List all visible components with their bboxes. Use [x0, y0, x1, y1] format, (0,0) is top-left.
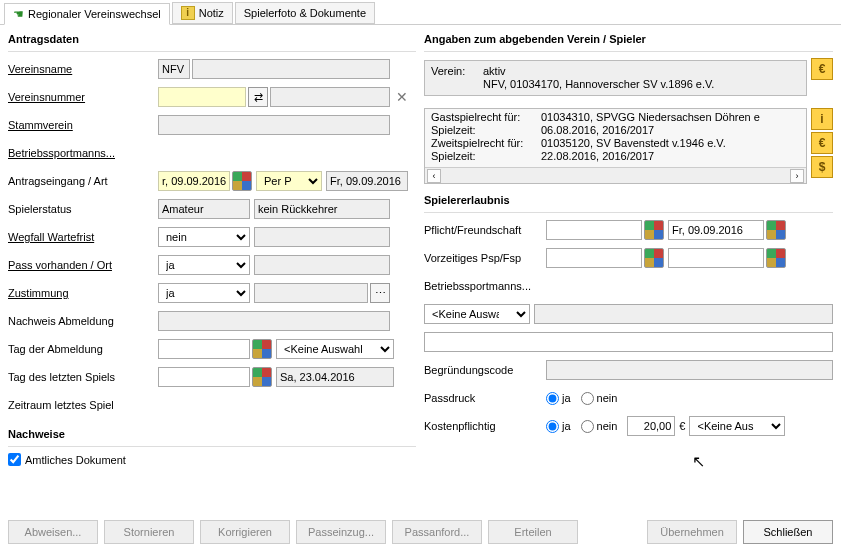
calendar-icon[interactable]: [766, 220, 786, 240]
eingang-label: Antragseingang / Art: [8, 175, 158, 187]
tag-abm-input[interactable]: [158, 339, 250, 359]
schliessen-button[interactable]: Schließen: [743, 520, 833, 544]
euro-label: €: [679, 420, 685, 432]
section-title-abgebend: Angaben zum abgebenden Verein / Spieler: [424, 31, 833, 47]
pflicht-input-1[interactable]: [546, 220, 642, 240]
bottom-button-bar: Abweisen... Stornieren Korrigieren Passe…: [8, 520, 833, 544]
tag-abm-label: Tag der Abmeldung: [8, 343, 158, 355]
passeinzug-button[interactable]: Passeinzug...: [296, 520, 386, 544]
zeitraum-label: Zeitraum letztes Spiel: [8, 399, 158, 411]
vereinsnummer-secondary: [270, 87, 390, 107]
amtlich-label: Amtliches Dokument: [25, 454, 126, 466]
kost-ja-radio[interactable]: [546, 420, 559, 433]
korrigieren-button[interactable]: Korrigieren: [200, 520, 290, 544]
passanford-button[interactable]: Passanford...: [392, 520, 482, 544]
uebernehmen-button[interactable]: Übernehmen: [647, 520, 737, 544]
tag-spiel-val: Sa, 23.04.2016: [276, 367, 394, 387]
pflicht-input-2[interactable]: [668, 220, 764, 240]
pass-extra: [254, 255, 390, 275]
passdruck-nein-radio[interactable]: [581, 392, 594, 405]
zust-detail-button[interactable]: ⋯: [370, 283, 390, 303]
nachweis-value: [158, 311, 390, 331]
kost-select[interactable]: <Keine Aus...: [689, 416, 785, 436]
kost-label: Kostenpflichtig: [424, 420, 546, 432]
tag-spiel-label: Tag des letzten Spiels: [8, 371, 158, 383]
zust-extra: [254, 283, 368, 303]
tag-abm-select[interactable]: <Keine Auswahl>: [276, 339, 394, 359]
eingang-art-select[interactable]: Per Post: [256, 171, 322, 191]
wegfall-extra: [254, 227, 390, 247]
vorz-label: Vorzeitiges Psp/Fsp: [424, 252, 546, 264]
betriebs-value: [534, 304, 833, 324]
section-title-antragsdaten: Antragsdaten: [8, 31, 416, 47]
info-icon: i: [181, 6, 195, 20]
calendar-icon[interactable]: [252, 367, 272, 387]
passdruck-ja-radio[interactable]: [546, 392, 559, 405]
begr-label: Begründungscode: [424, 364, 546, 376]
spielerstatus-1: Amateur: [158, 199, 250, 219]
tab-label: Notiz: [199, 7, 224, 19]
lookup-button[interactable]: ⇄: [248, 87, 268, 107]
amtlich-checkbox[interactable]: [8, 453, 21, 466]
tab-bar: ☚ Regionaler Vereinswechsel i Notiz Spie…: [0, 2, 841, 25]
wegfall-label: Wegfall Wartefrist: [8, 231, 158, 243]
section-title-erlaubnis: Spielererlaubnis: [424, 192, 833, 208]
scroll-right-icon[interactable]: ›: [790, 169, 804, 183]
zust-select[interactable]: ja: [158, 283, 250, 303]
spielrecht-list: Gastspielrecht für:01034310, SPVGG Niede…: [424, 108, 807, 184]
scroll-left-icon[interactable]: ‹: [427, 169, 441, 183]
vereinsname-value: [192, 59, 390, 79]
eingang-date-2: Fr, 09.09.2016: [326, 171, 408, 191]
euro-button[interactable]: €: [811, 58, 833, 80]
tab-label: Regionaler Vereinswechsel: [28, 8, 161, 20]
vorz-input-1[interactable]: [546, 248, 642, 268]
tab-label: Spielerfoto & Dokumente: [244, 7, 366, 19]
vereinsname-label: Vereinsname: [8, 63, 158, 75]
tab-regional[interactable]: ☚ Regionaler Vereinswechsel: [4, 3, 170, 25]
begr-value: [546, 360, 833, 380]
erteilen-button[interactable]: Erteilen: [488, 520, 578, 544]
calendar-icon[interactable]: [252, 339, 272, 359]
betriebs-select[interactable]: <Keine Auswa...: [424, 304, 530, 324]
kost-amount-input[interactable]: [627, 416, 675, 436]
vorz-input-2[interactable]: [668, 248, 764, 268]
calendar-icon[interactable]: [232, 171, 252, 191]
nachweis-label: Nachweis Abmeldung: [8, 315, 158, 327]
spielerstatus-2: kein Rückkehrer: [254, 199, 390, 219]
betriebs-r-label: Betriebssportmanns...: [424, 280, 546, 292]
pflicht-label: Pflicht/Freundschaft: [424, 224, 546, 236]
betriebs-label: Betriebssportmanns...: [8, 147, 158, 159]
stornieren-button[interactable]: Stornieren: [104, 520, 194, 544]
kost-nein-radio[interactable]: [581, 420, 594, 433]
vereinsnummer-input[interactable]: [158, 87, 246, 107]
info-button[interactable]: i: [811, 108, 833, 130]
vereinsnummer-label: Vereinsnummer: [8, 91, 158, 103]
wegfall-select[interactable]: nein: [158, 227, 250, 247]
clear-icon[interactable]: ✕: [392, 87, 412, 107]
calendar-icon[interactable]: [644, 220, 664, 240]
pass-label: Pass vorhanden / Ort: [8, 259, 158, 271]
section-title-nachweise: Nachweise: [8, 426, 416, 442]
abweisen-button[interactable]: Abweisen...: [8, 520, 98, 544]
hand-icon: ☚: [13, 7, 24, 21]
tab-foto[interactable]: Spielerfoto & Dokumente: [235, 2, 375, 24]
eingang-date-1[interactable]: [158, 171, 230, 191]
tab-notiz[interactable]: i Notiz: [172, 2, 233, 24]
spielerstatus-label: Spielerstatus: [8, 203, 158, 215]
tag-spiel-input[interactable]: [158, 367, 250, 387]
euro-button[interactable]: €: [811, 132, 833, 154]
pass-select[interactable]: ja: [158, 255, 250, 275]
calendar-icon[interactable]: [644, 248, 664, 268]
calendar-icon[interactable]: [766, 248, 786, 268]
vereinsname-code: NFV: [158, 59, 190, 79]
zust-label: Zustimmung: [8, 287, 158, 299]
freitext-input[interactable]: [424, 332, 833, 352]
passdruck-label: Passdruck: [424, 392, 546, 404]
stammverein-label: Stammverein: [8, 119, 158, 131]
dollar-button[interactable]: $: [811, 156, 833, 178]
verein-details: Verein:aktiv NFV, 01034170, Hannoversche…: [424, 60, 807, 96]
stammverein-value: [158, 115, 390, 135]
